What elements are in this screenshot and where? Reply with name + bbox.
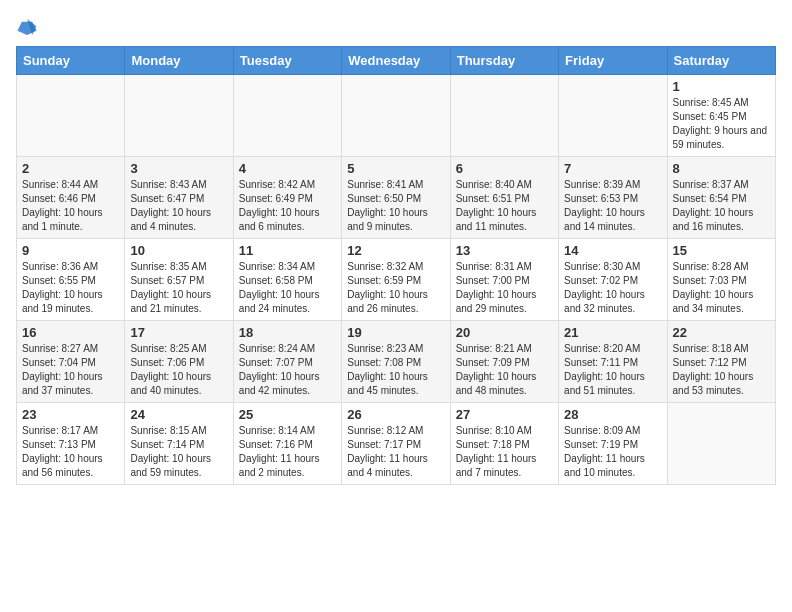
calendar-cell: 22Sunrise: 8:18 AM Sunset: 7:12 PM Dayli… [667, 321, 775, 403]
calendar-cell [125, 75, 233, 157]
day-number: 10 [130, 243, 227, 258]
day-info: Sunrise: 8:35 AM Sunset: 6:57 PM Dayligh… [130, 260, 227, 316]
day-info: Sunrise: 8:32 AM Sunset: 6:59 PM Dayligh… [347, 260, 444, 316]
day-info: Sunrise: 8:23 AM Sunset: 7:08 PM Dayligh… [347, 342, 444, 398]
day-number: 26 [347, 407, 444, 422]
calendar-cell: 11Sunrise: 8:34 AM Sunset: 6:58 PM Dayli… [233, 239, 341, 321]
calendar-cell: 8Sunrise: 8:37 AM Sunset: 6:54 PM Daylig… [667, 157, 775, 239]
day-number: 3 [130, 161, 227, 176]
calendar-header-row: SundayMondayTuesdayWednesdayThursdayFrid… [17, 47, 776, 75]
calendar-cell: 7Sunrise: 8:39 AM Sunset: 6:53 PM Daylig… [559, 157, 667, 239]
day-number: 12 [347, 243, 444, 258]
day-info: Sunrise: 8:20 AM Sunset: 7:11 PM Dayligh… [564, 342, 661, 398]
calendar-cell [233, 75, 341, 157]
calendar-cell: 18Sunrise: 8:24 AM Sunset: 7:07 PM Dayli… [233, 321, 341, 403]
calendar-cell: 12Sunrise: 8:32 AM Sunset: 6:59 PM Dayli… [342, 239, 450, 321]
day-info: Sunrise: 8:10 AM Sunset: 7:18 PM Dayligh… [456, 424, 553, 480]
calendar-week-row: 1Sunrise: 8:45 AM Sunset: 6:45 PM Daylig… [17, 75, 776, 157]
calendar-day-header: Tuesday [233, 47, 341, 75]
calendar-day-header: Friday [559, 47, 667, 75]
day-info: Sunrise: 8:45 AM Sunset: 6:45 PM Dayligh… [673, 96, 770, 152]
day-number: 6 [456, 161, 553, 176]
calendar-cell: 10Sunrise: 8:35 AM Sunset: 6:57 PM Dayli… [125, 239, 233, 321]
day-number: 21 [564, 325, 661, 340]
day-number: 24 [130, 407, 227, 422]
day-number: 2 [22, 161, 119, 176]
calendar-cell [667, 403, 775, 485]
day-info: Sunrise: 8:15 AM Sunset: 7:14 PM Dayligh… [130, 424, 227, 480]
calendar-cell [17, 75, 125, 157]
day-info: Sunrise: 8:30 AM Sunset: 7:02 PM Dayligh… [564, 260, 661, 316]
day-info: Sunrise: 8:21 AM Sunset: 7:09 PM Dayligh… [456, 342, 553, 398]
day-number: 1 [673, 79, 770, 94]
day-number: 13 [456, 243, 553, 258]
page-header [16, 16, 776, 38]
calendar-week-row: 2Sunrise: 8:44 AM Sunset: 6:46 PM Daylig… [17, 157, 776, 239]
day-info: Sunrise: 8:09 AM Sunset: 7:19 PM Dayligh… [564, 424, 661, 480]
day-number: 7 [564, 161, 661, 176]
calendar-cell: 5Sunrise: 8:41 AM Sunset: 6:50 PM Daylig… [342, 157, 450, 239]
day-number: 14 [564, 243, 661, 258]
day-info: Sunrise: 8:40 AM Sunset: 6:51 PM Dayligh… [456, 178, 553, 234]
calendar-cell: 3Sunrise: 8:43 AM Sunset: 6:47 PM Daylig… [125, 157, 233, 239]
day-number: 16 [22, 325, 119, 340]
calendar-cell: 14Sunrise: 8:30 AM Sunset: 7:02 PM Dayli… [559, 239, 667, 321]
calendar-day-header: Monday [125, 47, 233, 75]
day-info: Sunrise: 8:14 AM Sunset: 7:16 PM Dayligh… [239, 424, 336, 480]
day-number: 20 [456, 325, 553, 340]
calendar-cell: 24Sunrise: 8:15 AM Sunset: 7:14 PM Dayli… [125, 403, 233, 485]
day-info: Sunrise: 8:44 AM Sunset: 6:46 PM Dayligh… [22, 178, 119, 234]
day-info: Sunrise: 8:27 AM Sunset: 7:04 PM Dayligh… [22, 342, 119, 398]
calendar-cell: 15Sunrise: 8:28 AM Sunset: 7:03 PM Dayli… [667, 239, 775, 321]
calendar-cell: 26Sunrise: 8:12 AM Sunset: 7:17 PM Dayli… [342, 403, 450, 485]
day-info: Sunrise: 8:12 AM Sunset: 7:17 PM Dayligh… [347, 424, 444, 480]
calendar-cell: 27Sunrise: 8:10 AM Sunset: 7:18 PM Dayli… [450, 403, 558, 485]
day-info: Sunrise: 8:39 AM Sunset: 6:53 PM Dayligh… [564, 178, 661, 234]
calendar-cell: 19Sunrise: 8:23 AM Sunset: 7:08 PM Dayli… [342, 321, 450, 403]
day-number: 8 [673, 161, 770, 176]
day-info: Sunrise: 8:42 AM Sunset: 6:49 PM Dayligh… [239, 178, 336, 234]
calendar-cell: 13Sunrise: 8:31 AM Sunset: 7:00 PM Dayli… [450, 239, 558, 321]
day-info: Sunrise: 8:24 AM Sunset: 7:07 PM Dayligh… [239, 342, 336, 398]
calendar-table: SundayMondayTuesdayWednesdayThursdayFrid… [16, 46, 776, 485]
day-info: Sunrise: 8:43 AM Sunset: 6:47 PM Dayligh… [130, 178, 227, 234]
day-number: 28 [564, 407, 661, 422]
calendar-day-header: Saturday [667, 47, 775, 75]
calendar-cell [450, 75, 558, 157]
calendar-week-row: 23Sunrise: 8:17 AM Sunset: 7:13 PM Dayli… [17, 403, 776, 485]
day-number: 4 [239, 161, 336, 176]
day-number: 19 [347, 325, 444, 340]
day-number: 27 [456, 407, 553, 422]
calendar-week-row: 9Sunrise: 8:36 AM Sunset: 6:55 PM Daylig… [17, 239, 776, 321]
calendar-cell: 28Sunrise: 8:09 AM Sunset: 7:19 PM Dayli… [559, 403, 667, 485]
calendar-cell: 1Sunrise: 8:45 AM Sunset: 6:45 PM Daylig… [667, 75, 775, 157]
calendar-day-header: Thursday [450, 47, 558, 75]
day-number: 17 [130, 325, 227, 340]
day-info: Sunrise: 8:18 AM Sunset: 7:12 PM Dayligh… [673, 342, 770, 398]
calendar-cell: 6Sunrise: 8:40 AM Sunset: 6:51 PM Daylig… [450, 157, 558, 239]
day-info: Sunrise: 8:41 AM Sunset: 6:50 PM Dayligh… [347, 178, 444, 234]
calendar-cell: 17Sunrise: 8:25 AM Sunset: 7:06 PM Dayli… [125, 321, 233, 403]
calendar-cell: 20Sunrise: 8:21 AM Sunset: 7:09 PM Dayli… [450, 321, 558, 403]
day-number: 15 [673, 243, 770, 258]
calendar-cell: 9Sunrise: 8:36 AM Sunset: 6:55 PM Daylig… [17, 239, 125, 321]
calendar-cell: 16Sunrise: 8:27 AM Sunset: 7:04 PM Dayli… [17, 321, 125, 403]
calendar-day-header: Wednesday [342, 47, 450, 75]
day-number: 9 [22, 243, 119, 258]
day-info: Sunrise: 8:28 AM Sunset: 7:03 PM Dayligh… [673, 260, 770, 316]
day-number: 11 [239, 243, 336, 258]
day-info: Sunrise: 8:37 AM Sunset: 6:54 PM Dayligh… [673, 178, 770, 234]
day-info: Sunrise: 8:31 AM Sunset: 7:00 PM Dayligh… [456, 260, 553, 316]
calendar-cell: 25Sunrise: 8:14 AM Sunset: 7:16 PM Dayli… [233, 403, 341, 485]
day-info: Sunrise: 8:34 AM Sunset: 6:58 PM Dayligh… [239, 260, 336, 316]
calendar-week-row: 16Sunrise: 8:27 AM Sunset: 7:04 PM Dayli… [17, 321, 776, 403]
day-number: 25 [239, 407, 336, 422]
calendar-cell [342, 75, 450, 157]
calendar-cell: 2Sunrise: 8:44 AM Sunset: 6:46 PM Daylig… [17, 157, 125, 239]
calendar-cell: 4Sunrise: 8:42 AM Sunset: 6:49 PM Daylig… [233, 157, 341, 239]
day-number: 5 [347, 161, 444, 176]
day-number: 23 [22, 407, 119, 422]
calendar-cell: 21Sunrise: 8:20 AM Sunset: 7:11 PM Dayli… [559, 321, 667, 403]
day-info: Sunrise: 8:17 AM Sunset: 7:13 PM Dayligh… [22, 424, 119, 480]
logo-icon [16, 16, 38, 38]
